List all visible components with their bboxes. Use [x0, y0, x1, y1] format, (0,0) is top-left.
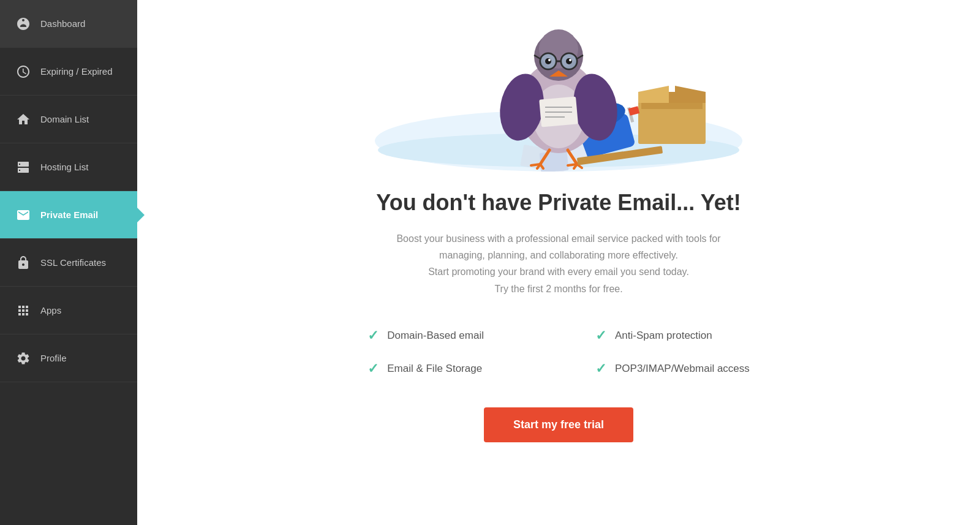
sidebar-item-ssl[interactable]: SSL Certificates — [0, 239, 137, 287]
main-description: Boost your business with a professional … — [376, 230, 741, 297]
checkmark-storage: ✓ — [368, 361, 379, 377]
apps-icon — [15, 302, 32, 319]
sidebar-item-dashboard[interactable]: Dashboard — [0, 0, 137, 48]
feature-access-label: POP3/IMAP/Webmail access — [615, 363, 750, 375]
svg-point-33 — [545, 58, 551, 64]
illustration-area — [162, 12, 956, 172]
sidebar-item-apps-label: Apps — [40, 305, 61, 315]
hosting-list-icon — [15, 159, 32, 176]
private-email-icon — [15, 206, 32, 224]
sidebar-item-private-email-label: Private Email — [40, 210, 98, 220]
features-grid: ✓ Domain-Based email ✓ Anti-Spam protect… — [368, 328, 750, 377]
pigeon-illustration — [369, 12, 748, 172]
sidebar: Dashboard Expiring / Expired Domain List… — [0, 0, 137, 525]
feature-antispam-label: Anti-Spam protection — [615, 330, 712, 342]
profile-icon — [15, 350, 32, 367]
start-trial-button[interactable]: Start my free trial — [484, 407, 633, 442]
svg-rect-6 — [641, 103, 703, 109]
feature-antispam: ✓ Anti-Spam protection — [595, 328, 750, 344]
sidebar-item-ssl-label: SSL Certificates — [40, 257, 106, 268]
sidebar-item-profile[interactable]: Profile — [0, 334, 137, 382]
sidebar-item-profile-label: Profile — [40, 353, 67, 363]
main-content: You don't have Private Email... Yet! Boo… — [137, 0, 980, 525]
svg-marker-5 — [675, 86, 706, 103]
svg-point-34 — [566, 58, 572, 64]
feature-file-storage: ✓ Email & File Storage — [368, 361, 522, 377]
sidebar-item-private-email[interactable]: Private Email — [0, 191, 137, 239]
svg-marker-4 — [638, 86, 669, 103]
sidebar-item-apps[interactable]: Apps — [0, 287, 137, 334]
ssl-icon — [15, 254, 32, 271]
checkmark-domain: ✓ — [368, 328, 379, 344]
domain-list-icon — [15, 111, 32, 128]
checkmark-antispam: ✓ — [595, 328, 606, 344]
feature-storage-label: Email & File Storage — [387, 363, 482, 375]
feature-domain-label: Domain-Based email — [387, 330, 484, 342]
sidebar-item-domain-label: Domain List — [40, 114, 89, 124]
expiring-icon — [15, 63, 32, 80]
sidebar-item-hosting-label: Hosting List — [40, 162, 88, 172]
sidebar-item-expiring-label: Expiring / Expired — [40, 66, 113, 77]
feature-domain-based-email: ✓ Domain-Based email — [368, 328, 522, 344]
sidebar-item-domain-list[interactable]: Domain List — [0, 96, 137, 143]
svg-point-36 — [569, 59, 571, 61]
sidebar-item-dashboard-label: Dashboard — [40, 18, 85, 29]
content-area: You don't have Private Email... Yet! Boo… — [376, 190, 741, 297]
feature-webmail-access: ✓ POP3/IMAP/Webmail access — [595, 361, 750, 377]
page-title: You don't have Private Email... Yet! — [376, 190, 741, 216]
sidebar-item-hosting-list[interactable]: Hosting List — [0, 143, 137, 191]
checkmark-access: ✓ — [595, 361, 606, 377]
sidebar-item-expiring[interactable]: Expiring / Expired — [0, 48, 137, 96]
dashboard-icon — [15, 15, 32, 32]
svg-point-35 — [548, 59, 551, 61]
